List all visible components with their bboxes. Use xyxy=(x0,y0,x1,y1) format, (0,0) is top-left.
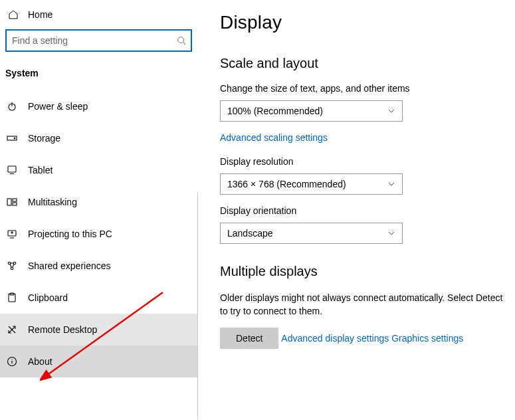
page-title: Display xyxy=(220,12,511,33)
text-size-value: 100% (Recommended) xyxy=(227,106,323,116)
about-icon xyxy=(7,356,17,367)
sidebar-item-multitasking[interactable]: Multitasking xyxy=(0,186,197,218)
sidebar-item-storage[interactable]: Storage xyxy=(0,122,197,154)
svg-point-0 xyxy=(178,37,184,43)
resolution-value: 1366 × 768 (Recommended) xyxy=(227,179,346,189)
home-button[interactable]: Home xyxy=(0,0,197,29)
orientation-label: Display orientation xyxy=(220,205,511,216)
sidebar-item-label: Shared experiences xyxy=(28,261,111,271)
tablet-icon xyxy=(7,165,17,175)
search-input-wrap[interactable] xyxy=(5,29,192,52)
sidebar-item-power-sleep[interactable]: Power & sleep xyxy=(0,90,197,122)
advanced-display-link[interactable]: Advanced display settings xyxy=(281,333,389,344)
search-icon xyxy=(172,36,191,45)
svg-line-15 xyxy=(10,264,11,267)
svg-rect-10 xyxy=(13,203,17,205)
svg-rect-6 xyxy=(8,166,16,172)
section-title-scale: Scale and layout xyxy=(220,56,511,71)
category-label: System xyxy=(0,61,197,90)
projecting-icon xyxy=(7,229,17,239)
orientation-dropdown[interactable]: Landscape xyxy=(220,223,403,244)
nav-list: Power & sleep Storage Tablet xyxy=(0,90,197,420)
multiple-displays-desc: Older displays might not always connect … xyxy=(220,291,511,318)
sidebar-item-label: Multitasking xyxy=(28,197,77,207)
chevron-down-icon xyxy=(387,180,395,188)
sidebar-item-label: Storage xyxy=(28,133,60,144)
remote-desktop-icon xyxy=(7,324,17,335)
graphics-settings-link[interactable]: Graphics settings xyxy=(391,333,463,344)
storage-icon xyxy=(7,133,17,144)
chevron-down-icon xyxy=(387,229,395,237)
svg-point-24 xyxy=(11,359,12,360)
sidebar: Home System Power & sleep xyxy=(0,0,197,420)
chevron-down-icon xyxy=(387,107,395,115)
svg-point-5 xyxy=(14,138,15,138)
detect-button[interactable]: Detect xyxy=(220,328,278,349)
multitasking-icon xyxy=(7,197,17,207)
svg-line-16 xyxy=(13,264,14,267)
sidebar-item-label: About xyxy=(28,356,52,367)
section-title-multiple: Multiple displays xyxy=(220,264,511,279)
sidebar-item-label: Tablet xyxy=(28,165,52,175)
text-size-label: Change the size of text, apps, and other… xyxy=(220,83,511,94)
sidebar-item-label: Projecting to this PC xyxy=(28,229,112,239)
orientation-value: Landscape xyxy=(227,228,273,239)
vertical-divider xyxy=(197,193,198,419)
power-icon xyxy=(7,101,17,112)
svg-rect-9 xyxy=(13,199,17,201)
svg-line-1 xyxy=(183,43,186,45)
sidebar-item-projecting[interactable]: Projecting to this PC xyxy=(0,218,197,250)
sidebar-item-tablet[interactable]: Tablet xyxy=(0,154,197,186)
sidebar-item-label: Clipboard xyxy=(28,292,68,303)
resolution-label: Display resolution xyxy=(220,156,511,167)
clipboard-icon xyxy=(7,292,17,303)
sidebar-item-label: Remote Desktop xyxy=(28,324,97,335)
sidebar-item-label: Power & sleep xyxy=(28,101,88,112)
advanced-scaling-link[interactable]: Advanced scaling settings xyxy=(220,132,328,143)
sidebar-item-about[interactable]: About xyxy=(0,346,197,377)
home-icon xyxy=(8,9,19,20)
sidebar-item-shared-experiences[interactable]: Shared experiences xyxy=(0,250,197,282)
text-size-dropdown[interactable]: 100% (Recommended) xyxy=(220,100,403,122)
resolution-dropdown[interactable]: 1366 × 768 (Recommended) xyxy=(220,173,403,195)
svg-rect-8 xyxy=(7,199,11,205)
svg-point-14 xyxy=(11,267,13,270)
shared-icon xyxy=(7,261,17,271)
sidebar-item-clipboard[interactable]: Clipboard xyxy=(0,282,197,314)
svg-rect-7 xyxy=(10,173,14,174)
home-label: Home xyxy=(28,9,52,20)
main-panel: Display Scale and layout Change the size… xyxy=(197,0,515,420)
search-input[interactable] xyxy=(7,35,172,46)
sidebar-item-remote-desktop[interactable]: Remote Desktop xyxy=(0,314,197,346)
